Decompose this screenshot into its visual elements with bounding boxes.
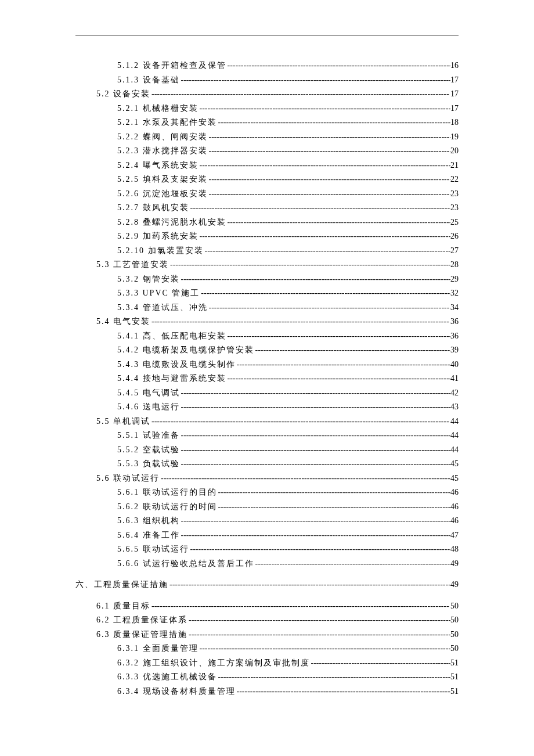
toc-label: 5.4.4 接地与避雷系统安装: [117, 372, 226, 386]
toc-leader: [180, 386, 451, 401]
toc-label: 5.6 联动试运行: [96, 471, 160, 486]
toc-leader: [200, 286, 450, 301]
toc-leader: [199, 229, 451, 244]
toc-label: 5.3.3 UPVC 管施工: [117, 286, 200, 301]
toc-label: 5.2.9 加药系统安装: [117, 229, 199, 244]
toc-label: 5.5.3 负载试验: [117, 457, 180, 471]
toc-entry: 5.2.2 蝶阀、闸阀安装19: [75, 130, 459, 145]
toc-leader: [150, 415, 450, 429]
toc-leader: [169, 258, 450, 272]
toc-label: 6.3.1 全面质量管理: [117, 642, 199, 656]
toc-leader: [168, 578, 450, 592]
toc-label: 5.6.6 试运行验收总结及善后工作: [117, 557, 254, 571]
toc-label: 5.3.4 管道试压、冲洗: [117, 301, 208, 315]
toc-page-number: 44: [450, 443, 459, 458]
toc-entry: 5.6.6 试运行验收总结及善后工作49: [75, 557, 459, 571]
toc-leader: [208, 172, 451, 187]
toc-label: 5.4.5 电气调试: [117, 386, 180, 401]
toc-leader: [199, 159, 451, 173]
toc-label: 5.2.1 水泵及其配件安装: [117, 116, 217, 130]
toc-page-number: 23: [450, 187, 459, 201]
toc-entry: 5.3.2 钢管安装29: [75, 272, 459, 287]
toc-page-number: 36: [450, 315, 459, 329]
toc-entry: 5.6.5 联动试运行48: [75, 542, 459, 557]
toc-label: 5.4.6 送电运行: [117, 400, 180, 415]
toc-entry: 5.6.1 联动试运行的目的46: [75, 485, 459, 500]
toc-page-number: 50: [450, 599, 459, 614]
toc-leader: [189, 542, 451, 557]
toc-leader: [150, 315, 450, 329]
toc-label: 六、工程质量保证措施: [75, 578, 168, 592]
toc-entry: 6.3.2 施工组织设计、施工方案编制及审批制度51: [75, 656, 459, 671]
toc-page-number: 36: [450, 329, 459, 344]
toc-leader: [254, 557, 451, 571]
toc-leader: [310, 656, 451, 671]
toc-leader: [204, 244, 451, 258]
toc-label: 5.2.10 加氯装置安装: [117, 244, 204, 258]
toc-page-number: 23: [450, 201, 459, 215]
toc-label: 5.2.1 机械格栅安装: [117, 102, 199, 116]
toc-entry: 5.4.2 电缆桥架及电缆保护管安装39: [75, 343, 459, 358]
toc-label: 5.4 电气安装: [96, 315, 150, 329]
toc-page-number: 41: [450, 372, 459, 386]
toc-page-number: 40: [450, 358, 459, 372]
toc-entry: 5.3.3 UPVC 管施工32: [75, 286, 459, 301]
toc-entry: 5.3 工艺管道安装28: [75, 258, 459, 272]
toc-entry: 5.2.10 加氯装置安装27: [75, 244, 459, 258]
toc-label: 5.6.1 联动试运行的目的: [117, 485, 217, 500]
toc-entry: 5.5.3 负载试验45: [75, 457, 459, 471]
toc-page-number: 17: [450, 73, 459, 88]
toc-leader: [217, 500, 451, 514]
toc-page-number: 17: [450, 102, 459, 116]
toc-page-number: 51: [450, 685, 459, 699]
toc-label: 5.2.7 鼓风机安装: [117, 201, 189, 215]
toc-page-number: 22: [450, 172, 459, 187]
toc-entry: 5.1.3 设备基础17: [75, 73, 459, 88]
toc-entry: 5.4.6 送电运行43: [75, 400, 459, 415]
toc-leader: [187, 628, 450, 642]
toc-entry: 5.4.5 电气调试42: [75, 386, 459, 401]
toc-entry: 5.2.9 加药系统安装26: [75, 229, 459, 244]
toc-page-number: 34: [450, 301, 459, 315]
toc-page-number: 19: [450, 130, 459, 145]
toc-leader: [217, 485, 451, 500]
toc-leader: [180, 429, 451, 443]
toc-label: 5.2.3 潜水搅拌器安装: [117, 144, 208, 159]
toc-page-number: 26: [450, 229, 459, 244]
toc-entry: 5.2.8 叠螺污泥脱水机安装25: [75, 215, 459, 230]
toc-page-number: 44: [450, 415, 459, 429]
toc-entry: 6.1 质量目标50: [75, 599, 459, 614]
toc-leader: [180, 400, 451, 415]
toc-entry: 5.6.4 准备工作47: [75, 528, 459, 543]
toc-leader: [236, 358, 451, 372]
toc-leader: [226, 372, 451, 386]
toc-entry: 5.2.7 鼓风机安装23: [75, 201, 459, 215]
toc-leader: [189, 201, 451, 215]
toc-page-number: 48: [450, 542, 459, 557]
toc-page-number: 16: [450, 59, 459, 73]
toc-entry: 6.3.1 全面质量管理50: [75, 642, 459, 656]
toc-leader: [226, 59, 451, 73]
toc-entry: 5.2.1 机械格栅安装17: [75, 102, 459, 116]
toc-leader: [208, 301, 451, 315]
toc-page-number: 44: [450, 429, 459, 443]
toc-page-number: 46: [450, 514, 459, 528]
toc-label: 5.5.1 试验准备: [117, 429, 180, 443]
toc-leader: [150, 599, 450, 614]
toc-page-number: 50: [450, 628, 459, 642]
toc-page-number: 42: [450, 386, 459, 401]
toc-entry: 6.3.4 现场设备材料质量管理51: [75, 685, 459, 699]
toc-page-number: 50: [450, 642, 459, 656]
toc-entry: 5.4.4 接地与避雷系统安装41: [75, 372, 459, 386]
document-page: 5.1.2 设备开箱检查及保管165.1.3 设备基础175.2 设备安装175…: [0, 35, 534, 699]
toc-entry: 5.2.1 水泵及其配件安装18: [75, 116, 459, 130]
toc-label: 5.4.1 高、低压配电柜安装: [117, 329, 226, 344]
toc-page-number: 46: [450, 500, 459, 514]
toc-page-number: 51: [450, 670, 459, 685]
toc-page-number: 29: [450, 272, 459, 287]
toc-leader: [180, 272, 451, 287]
toc-page-number: 49: [450, 557, 459, 571]
toc-leader: [254, 343, 451, 358]
toc-entry: 5.6 联动试运行45: [75, 471, 459, 486]
toc-label: 5.6.3 组织机构: [117, 514, 180, 528]
